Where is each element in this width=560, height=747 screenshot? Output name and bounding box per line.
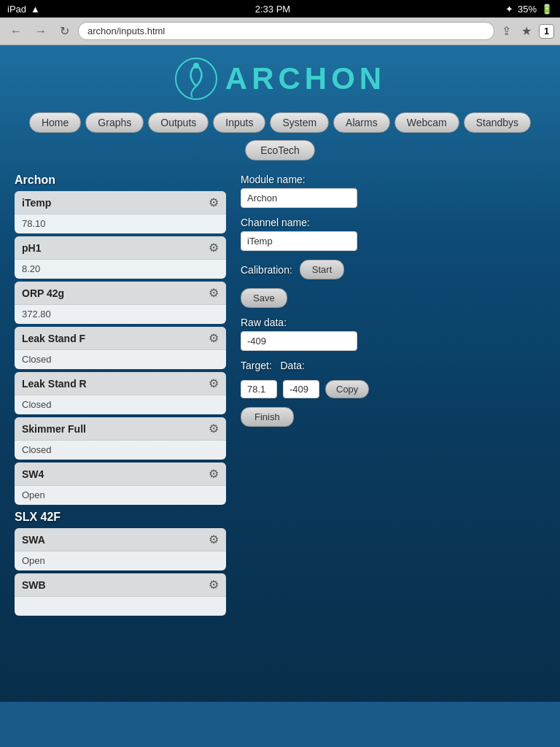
logo-text: ARCHON: [225, 61, 386, 96]
raw-data-label: Raw data:: [241, 317, 545, 328]
gear-icon-itemp[interactable]: ⚙: [209, 196, 219, 209]
channel-name-ph1: pH1: [22, 242, 41, 254]
back-button[interactable]: ←: [6, 23, 26, 39]
carrier-label: iPad: [7, 4, 26, 15]
channel-card-ph1[interactable]: pH1 ⚙ 8.20: [15, 236, 226, 279]
time-display: 2:33 PM: [255, 4, 290, 15]
nav-bar: Home Graphs Outputs Inputs System Alarms…: [0, 108, 560, 137]
module-name-row: Module name:: [241, 174, 545, 208]
gear-icon-skimmer-full[interactable]: ⚙: [209, 422, 219, 436]
gear-icon-swa[interactable]: ⚙: [209, 533, 219, 546]
target-data-label-row: Target: Data:: [241, 360, 545, 371]
forward-button[interactable]: →: [31, 23, 51, 39]
battery-label: 35%: [518, 4, 537, 15]
nav-system[interactable]: System: [270, 112, 329, 133]
channel-name-swa: SWA: [22, 534, 45, 546]
channel-value-leak-stand-r: Closed: [15, 395, 226, 414]
share-button[interactable]: ⇪: [499, 23, 514, 39]
module-name-label: Module name:: [241, 174, 545, 185]
channel-card-swa[interactable]: SWA ⚙ Open: [15, 528, 226, 570]
gear-icon-leak-stand-r[interactable]: ⚙: [209, 376, 219, 390]
url-bar[interactable]: archon/inputs.html: [78, 22, 494, 40]
data-label-text: Data:: [280, 360, 304, 371]
section1-label: Archon: [15, 174, 226, 187]
finish-row: Finish: [241, 407, 545, 427]
target-data-row: 78.1 -409 Copy: [241, 380, 545, 398]
module-name-input[interactable]: [241, 188, 357, 208]
channel-name-input[interactable]: [241, 231, 357, 251]
channel-card-leak-stand-r[interactable]: Leak Stand R ⚙ Closed: [15, 372, 226, 414]
tab-count[interactable]: 1: [539, 24, 554, 39]
channel-value-swa: Open: [15, 551, 226, 570]
copy-button[interactable]: Copy: [325, 380, 369, 398]
status-bar: iPad ▲ 2:33 PM ✦ 35% 🔋: [0, 0, 560, 18]
channel-name-label: Channel name:: [241, 217, 545, 228]
svg-point-1: [193, 63, 199, 69]
channel-name-row: Channel name:: [241, 217, 545, 251]
channel-value-swb: [15, 597, 226, 616]
browser-bar: ← → ↻ archon/inputs.html ⇪ ★ 1: [0, 18, 560, 45]
bookmark-button[interactable]: ★: [518, 23, 534, 39]
bluetooth-icon: ✦: [505, 4, 513, 15]
gear-icon-orp42g[interactable]: ⚙: [209, 286, 219, 300]
save-row: Save: [241, 288, 545, 308]
channel-value-skimmer-full: Closed: [15, 441, 226, 460]
nav-webcam[interactable]: Webcam: [394, 112, 459, 133]
channel-name-leak-stand-f: Leak Stand F: [22, 333, 85, 344]
ecotech-bar: EcoTech: [0, 137, 560, 166]
battery-icon: 🔋: [541, 4, 553, 15]
raw-data-row: Raw data:: [241, 317, 545, 351]
channel-card-orp42g[interactable]: ORP 42g ⚙ 372.80: [15, 282, 226, 324]
logo-icon: [174, 57, 218, 101]
target-label-text: Target:: [241, 360, 272, 371]
channel-card-skimmer-full[interactable]: Skimmer Full ⚙ Closed: [15, 417, 226, 460]
channel-value-leak-stand-f: Closed: [15, 350, 226, 369]
channel-name-itemp: iTemp: [22, 197, 51, 209]
left-panel: Archon iTemp ⚙ 78.10 pH1 ⚙ 8.20: [15, 174, 226, 619]
channel-name-leak-stand-r: Leak Stand R: [22, 378, 87, 390]
raw-data-input[interactable]: [241, 331, 357, 351]
calibration-row: Calibration: Start: [241, 260, 545, 279]
section2-label: SLX 42F: [15, 511, 226, 524]
nav-alarms[interactable]: Alarms: [333, 112, 390, 133]
nav-ecotech[interactable]: EcoTech: [245, 140, 315, 160]
gear-icon-swb[interactable]: ⚙: [209, 578, 219, 592]
channel-name-swb: SWB: [22, 579, 46, 591]
refresh-button[interactable]: ↻: [55, 23, 74, 39]
channel-value-itemp: 78.10: [15, 214, 226, 233]
channel-name-orp42g: ORP 42g: [22, 287, 64, 299]
finish-button[interactable]: Finish: [241, 407, 294, 427]
nav-outputs[interactable]: Outputs: [148, 112, 209, 133]
channel-card-itemp[interactable]: iTemp ⚙ 78.10: [15, 191, 226, 233]
start-button[interactable]: Start: [300, 260, 344, 279]
target-data-label: Target: Data:: [241, 360, 545, 371]
channel-value-sw4: Open: [15, 486, 226, 505]
calibration-label: Calibration:: [241, 264, 292, 276]
channel-name-skimmer-full: Skimmer Full: [22, 423, 86, 435]
nav-inputs[interactable]: Inputs: [213, 112, 265, 133]
channel-card-leak-stand-f[interactable]: Leak Stand F ⚙ Closed: [15, 327, 226, 369]
channel-value-orp42g: 372.80: [15, 305, 226, 324]
main-content: Archon iTemp ⚙ 78.10 pH1 ⚙ 8.20: [0, 166, 560, 626]
ocean-background: ARCHON Home Graphs Outputs Inputs System…: [0, 45, 560, 702]
target-value: 78.1: [241, 380, 277, 398]
nav-home[interactable]: Home: [29, 112, 81, 133]
channel-value-ph1: 8.20: [15, 260, 226, 279]
save-button[interactable]: Save: [241, 288, 287, 308]
right-panel: Module name: Channel name: Calibration: …: [241, 174, 545, 619]
logo-area: ARCHON: [0, 45, 560, 108]
gear-icon-sw4[interactable]: ⚙: [209, 467, 219, 481]
gear-icon-leak-stand-f[interactable]: ⚙: [209, 331, 219, 345]
nav-graphs[interactable]: Graphs: [85, 112, 144, 133]
nav-standbys[interactable]: Standbys: [464, 112, 531, 133]
wifi-icon: ▲: [31, 4, 40, 15]
data-value: -409: [283, 380, 319, 398]
gear-icon-ph1[interactable]: ⚙: [209, 241, 219, 255]
channel-card-swb[interactable]: SWB ⚙: [15, 573, 226, 616]
channel-card-sw4[interactable]: SW4 ⚙ Open: [15, 462, 226, 505]
channel-name-sw4: SW4: [22, 468, 44, 480]
